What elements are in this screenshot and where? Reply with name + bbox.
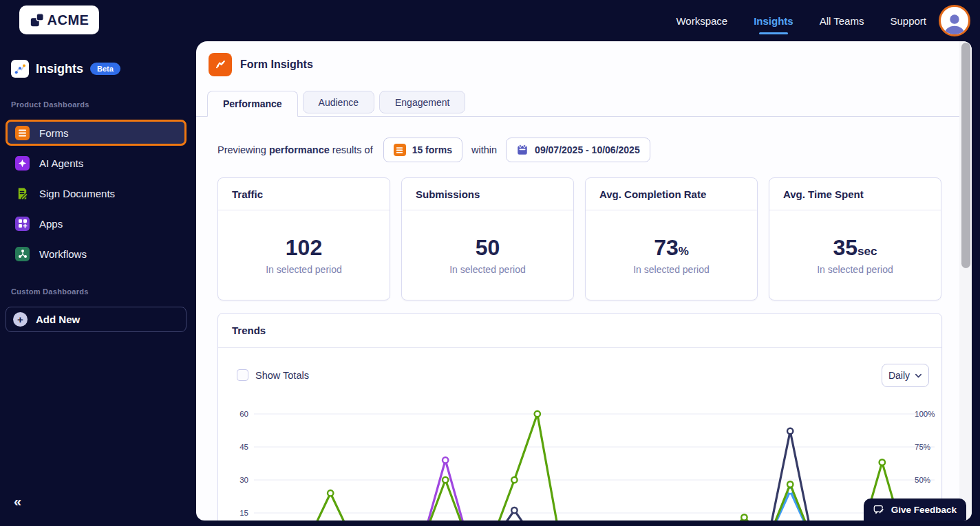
scrollbar-track	[959, 41, 972, 520]
metric-subtitle: In selected period	[769, 264, 941, 275]
sidebar-app-title: Insights	[36, 62, 83, 76]
give-feedback-button[interactable]: Give Feedback	[864, 498, 966, 520]
top-bar: ACME Workspace Insights All Teams Suppor…	[0, 0, 980, 41]
sidebar-collapse-button[interactable]: «	[14, 494, 21, 509]
user-avatar[interactable]	[939, 5, 970, 36]
svg-text:100%: 100%	[915, 410, 935, 418]
svg-text:60: 60	[239, 410, 248, 418]
svg-text:75%: 75%	[915, 443, 930, 451]
product-dashboards-label: Product Dashboards	[11, 100, 89, 109]
metric-title: Submissions	[416, 188, 480, 200]
page-header: Form Insights	[209, 53, 313, 76]
metric-cards-row: Traffic 102 In selected period Submissio…	[217, 177, 941, 300]
metric-subtitle: In selected period	[586, 264, 757, 275]
preview-text: Previewing performance results of	[217, 144, 373, 155]
nav-item-workspace[interactable]: Workspace	[676, 0, 727, 41]
acme-logo[interactable]: ACME	[19, 6, 99, 34]
plus-icon: +	[13, 312, 28, 327]
metric-title: Avg. Time Spent	[783, 188, 864, 200]
trends-title: Trends	[232, 325, 266, 336]
calendar-icon	[516, 144, 529, 156]
sign-documents-icon	[15, 186, 30, 201]
metric-card-completion-rate: Avg. Completion Rate 73% In selected per…	[585, 177, 758, 300]
scrollbar-thumb[interactable]	[961, 43, 970, 268]
date-range-button[interactable]: 09/07/2025 - 10/06/2025	[506, 138, 650, 162]
tab-audience[interactable]: Audience	[303, 91, 374, 113]
tab-engagement[interactable]: Engagement	[379, 91, 465, 113]
within-label: within	[471, 144, 497, 155]
nav-active-underline	[759, 32, 788, 34]
chevron-down-icon	[915, 372, 922, 380]
acme-logo-text: ACME	[47, 12, 89, 28]
metric-value: 50	[402, 237, 573, 259]
forms-selector-button[interactable]: 15 forms	[383, 138, 462, 162]
insights-app-icon	[11, 60, 29, 78]
person-icon	[941, 9, 968, 36]
sidebar-item-apps[interactable]: Apps	[6, 210, 187, 237]
metric-value: 102	[218, 237, 390, 259]
form-insights-icon	[209, 53, 232, 76]
metric-title: Avg. Completion Rate	[599, 188, 706, 200]
ai-agents-icon	[15, 156, 30, 171]
tab-bar: Performance Audience Engagement	[196, 91, 972, 117]
beta-badge: Beta	[90, 63, 120, 75]
page-title: Form Insights	[240, 58, 313, 71]
svg-text:45: 45	[239, 443, 248, 451]
metric-title: Traffic	[232, 188, 263, 200]
metric-card-traffic: Traffic 102 In selected period	[217, 177, 390, 300]
sidebar: Insights Beta Product Dashboards Forms A…	[0, 41, 196, 526]
feedback-icon	[873, 504, 885, 516]
acme-logo-icon	[30, 12, 45, 28]
sidebar-item-ai-agents[interactable]: AI Agents	[6, 150, 187, 176]
custom-dashboards-label: Custom Dashboards	[11, 287, 89, 296]
svg-text:30: 30	[239, 476, 248, 484]
show-totals-control: Show Totals	[237, 369, 309, 381]
tab-performance[interactable]: Performance	[207, 91, 298, 117]
metric-value: 73%	[586, 237, 757, 259]
workflows-icon	[15, 247, 30, 261]
nav-item-support[interactable]: Support	[890, 0, 926, 41]
show-totals-label: Show Totals	[255, 370, 309, 381]
interval-select[interactable]: Daily	[882, 364, 929, 387]
show-totals-checkbox[interactable]	[237, 369, 248, 381]
sidebar-item-forms[interactable]: Forms	[6, 120, 187, 146]
top-navigation: Workspace Insights All Teams Support	[676, 0, 926, 41]
trends-line-chart: 60453015100%75%50%	[218, 389, 942, 520]
metric-card-submissions: Submissions 50 In selected period	[401, 177, 574, 300]
svg-text:15: 15	[239, 509, 248, 517]
metric-subtitle: In selected period	[402, 264, 573, 275]
nav-item-insights[interactable]: Insights	[754, 0, 793, 41]
sidebar-item-sign-documents[interactable]: Sign Documents	[6, 180, 187, 206]
metric-card-time-spent: Avg. Time Spent 35sec In selected period	[769, 177, 941, 300]
main-panel: Form Insights Performance Audience Engag…	[196, 41, 972, 520]
forms-icon-small	[394, 144, 406, 156]
metric-value: 35sec	[769, 237, 941, 259]
nav-item-all-teams[interactable]: All Teams	[820, 0, 864, 41]
forms-icon	[15, 126, 30, 140]
preview-controls-row: Previewing performance results of 15 for…	[217, 138, 650, 162]
add-new-dashboard-button[interactable]: + Add New	[6, 307, 187, 332]
sidebar-item-workflows[interactable]: Workflows	[6, 241, 187, 267]
sidebar-app-header: Insights Beta	[11, 60, 120, 78]
metric-subtitle: In selected period	[218, 264, 390, 275]
svg-text:50%: 50%	[915, 476, 930, 484]
trends-card: Trends Show Totals Daily 60453015100%75%…	[217, 313, 942, 520]
apps-icon	[15, 217, 30, 231]
